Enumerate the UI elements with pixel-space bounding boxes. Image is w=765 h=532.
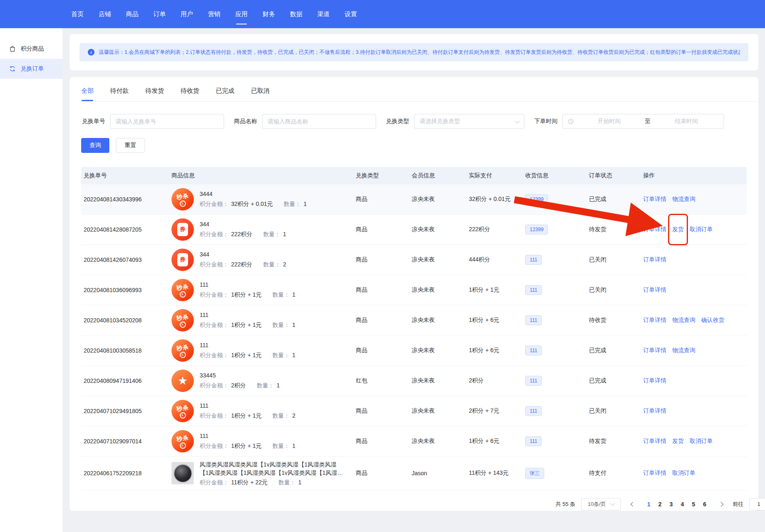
- product-meta: 344积分金额：222积分数量：2: [200, 251, 286, 268]
- product-name-input[interactable]: [262, 114, 376, 129]
- member-cell: 凉央未夜: [409, 192, 466, 207]
- points-amount: 积分金额：1积分 + 1元: [200, 322, 262, 329]
- page-number[interactable]: 4: [677, 498, 688, 510]
- actual-pay-cell: 1积分 + 6元: [466, 434, 523, 449]
- reset-button[interactable]: 重置: [116, 138, 145, 153]
- action-link[interactable]: 确认收货: [701, 317, 724, 324]
- goto-page-input[interactable]: [749, 498, 765, 510]
- nav-item[interactable]: 渠道: [317, 0, 330, 28]
- action-link[interactable]: 取消订单: [672, 469, 695, 477]
- info-icon: i: [88, 49, 94, 56]
- page-size-select[interactable]: 10条/页: [581, 498, 621, 510]
- sidebar-item-points-goods[interactable]: 积分商品: [0, 39, 63, 59]
- points-amount-value: 11积分 + 22元: [231, 479, 268, 486]
- action-link[interactable]: 订单详情: [643, 256, 666, 264]
- nav-item[interactable]: 数据: [290, 0, 302, 28]
- action-link[interactable]: 发货: [672, 226, 684, 233]
- action-link[interactable]: 物流查询: [672, 347, 695, 354]
- clock-hand: L: [182, 293, 184, 296]
- clock-hand: L: [182, 444, 184, 447]
- product-amount-line: 积分金额：11积分 + 22元数量：1: [200, 479, 345, 486]
- points-amount-value: 1积分 + 1元: [231, 352, 262, 359]
- member-cell: 凉央未夜: [409, 404, 466, 418]
- action-link[interactable]: 订单详情: [643, 226, 666, 233]
- table-row: 202204080947191406★33445积分金额：2积分数量：1红包凉央…: [81, 366, 747, 396]
- orders-panel: 全部待付款待发货待收货已完成已取消 兑换单号 商品名称 兑换类型 请选择兑换类型…: [70, 77, 758, 511]
- actual-pay-cell: 1积分 + 1元: [466, 283, 523, 297]
- points-amount: 积分金额：1积分 + 1元: [200, 352, 262, 359]
- alert-text: 温馨提示：1.会员在商城下单的列表；2.订单状态有待付款，待发货，待收货，已完成…: [99, 49, 740, 56]
- product-amount-line: 积分金额：2积分数量：1: [200, 382, 280, 389]
- action-link[interactable]: 订单详情: [643, 317, 666, 324]
- nav-item[interactable]: 财务: [263, 0, 275, 28]
- page-number[interactable]: 5: [688, 498, 699, 510]
- points-amount: 积分金额：32积分 + 0.01元: [200, 201, 273, 208]
- exchange-type-cell: 商品: [353, 252, 409, 267]
- search-button[interactable]: 查询: [81, 138, 109, 153]
- points-amount: 积分金额：222积分: [200, 231, 252, 238]
- action-link[interactable]: 物流查询: [672, 317, 695, 324]
- page-number[interactable]: 2: [654, 498, 666, 510]
- receiver-badge: 12399: [525, 194, 548, 204]
- page-number[interactable]: 1: [643, 498, 654, 510]
- action-link[interactable]: 订单详情: [643, 347, 666, 354]
- col-actions: 操作: [641, 172, 747, 179]
- tab[interactable]: 全部: [81, 87, 94, 101]
- nav-item[interactable]: 首页: [71, 0, 84, 28]
- points-amount: 积分金额：11积分 + 22元: [200, 479, 268, 486]
- nav-item[interactable]: 营销: [208, 0, 220, 28]
- page-number[interactable]: 3: [666, 498, 677, 510]
- action-link[interactable]: 物流查询: [672, 196, 695, 203]
- quantity-value: 2: [283, 261, 286, 268]
- page-number[interactable]: 6: [699, 498, 710, 510]
- tab[interactable]: 已取消: [251, 87, 270, 101]
- actions-cell: 订单详情取消订单: [641, 466, 747, 481]
- action-link[interactable]: 订单详情: [643, 196, 666, 203]
- member-cell: 凉央未夜: [409, 313, 466, 328]
- nav-item[interactable]: 用户: [181, 0, 193, 28]
- actual-pay-cell: 1积分 + 6元: [466, 313, 523, 328]
- product-name: 111: [200, 281, 295, 288]
- nav-item[interactable]: 应用: [235, 0, 248, 28]
- quantity: 数量：2: [273, 412, 296, 420]
- table-row: 202204081428087205券344积分金额：222积分数量：1商品凉央…: [81, 215, 747, 245]
- action-link[interactable]: 取消订单: [690, 226, 713, 233]
- nav-item[interactable]: 店铺: [99, 0, 111, 28]
- seckill-product-icon: 秒杀L: [171, 400, 194, 422]
- action-link[interactable]: 订单详情: [643, 286, 666, 294]
- table-row: 202204081036096993秒杀L111积分金额：1积分 + 1元数量：…: [81, 275, 747, 305]
- actions-cell: 订单详情: [641, 373, 747, 388]
- tab[interactable]: 已完成: [216, 87, 234, 101]
- points-amount-label: 积分金额：: [200, 322, 229, 329]
- tab[interactable]: 待发货: [145, 87, 164, 101]
- order-no-cell: 202204071029491805: [81, 404, 169, 418]
- order-no-input[interactable]: [110, 114, 224, 129]
- action-link[interactable]: 订单详情: [643, 407, 666, 415]
- prev-page-button[interactable]: [627, 499, 637, 510]
- receiver-cell: 111: [523, 402, 586, 420]
- action-link[interactable]: 订单详情: [643, 438, 666, 445]
- next-page-button[interactable]: [716, 499, 727, 510]
- action-link[interactable]: 取消订单: [690, 438, 713, 445]
- date-range-picker[interactable]: 开始时间 至 结束时间: [562, 114, 724, 129]
- alarm-clock-icon: L: [180, 322, 186, 328]
- product-name: 111: [200, 312, 295, 318]
- actual-pay-cell: 11积分 + 143元: [466, 466, 523, 481]
- quantity-label: 数量：: [278, 479, 296, 486]
- seckill-product-icon: 秒杀L: [171, 430, 194, 452]
- action-link[interactable]: 订单详情: [643, 469, 666, 477]
- order-no-cell: 202204071029097014: [81, 434, 169, 448]
- status-cell: 待发货: [586, 434, 641, 449]
- tab[interactable]: 待收货: [181, 87, 199, 101]
- nav-item[interactable]: 设置: [345, 0, 357, 28]
- exchange-type-select[interactable]: 请选择兑换类型: [414, 114, 524, 129]
- action-link[interactable]: 发货: [672, 438, 684, 445]
- nav-item[interactable]: 商品: [126, 0, 138, 28]
- action-link[interactable]: 订单详情: [643, 377, 666, 384]
- nav-item[interactable]: 订单: [153, 0, 166, 28]
- sidebar-item-exchange-orders[interactable]: 兑换订单: [0, 59, 63, 79]
- product-info-cell: 秒杀L111积分金额：1积分 + 1元数量：1: [169, 336, 353, 365]
- tab[interactable]: 待付款: [110, 87, 129, 101]
- col-product-info: 商品信息: [169, 172, 353, 179]
- points-amount-value: 1积分 + 1元: [231, 291, 262, 299]
